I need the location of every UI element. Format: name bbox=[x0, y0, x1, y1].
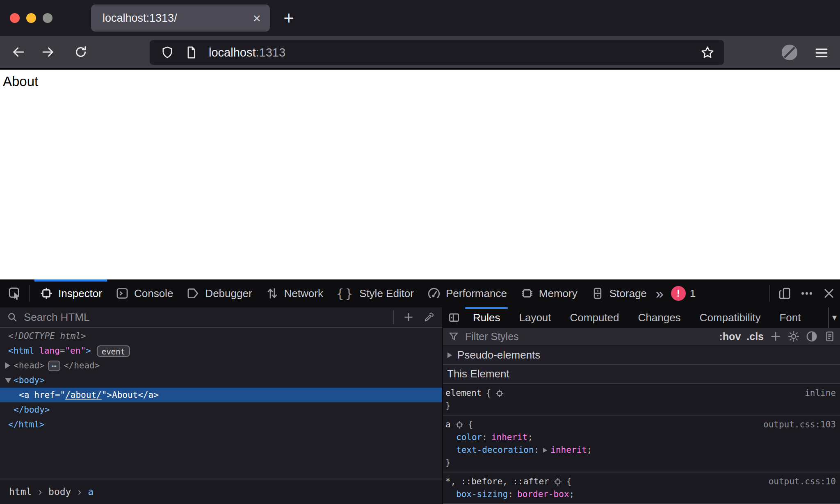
close-brace: } bbox=[445, 456, 451, 469]
markup-row-html[interactable]: <htmllang="en">event bbox=[0, 343, 442, 358]
declaration-color[interactable]: color:inherit; bbox=[445, 431, 840, 444]
highlight-target-icon[interactable] bbox=[553, 477, 563, 487]
page-info-icon[interactable] bbox=[184, 45, 198, 59]
filter-styles-input[interactable] bbox=[465, 331, 719, 343]
rule-source-link[interactable]: output.css:10 bbox=[769, 475, 840, 488]
app-menu-button[interactable] bbox=[812, 43, 831, 62]
declaration-text-decoration[interactable]: text-decoration:inherit; bbox=[445, 444, 840, 456]
create-new-node-button[interactable] bbox=[399, 308, 418, 326]
markup-row-html-close[interactable]: </html> bbox=[0, 417, 442, 432]
event-badge[interactable]: event bbox=[97, 345, 130, 357]
devtools-tab-console[interactable]: Console bbox=[109, 279, 180, 307]
print-sim-button[interactable] bbox=[824, 330, 836, 343]
breadcrumb-item-a[interactable]: a bbox=[88, 486, 94, 497]
highlight-target-icon[interactable] bbox=[495, 388, 504, 398]
property-name[interactable]: text-decoration bbox=[456, 444, 534, 456]
collapsed-arrow-icon bbox=[5, 362, 10, 369]
property-value[interactable]: border-box bbox=[517, 488, 569, 501]
sidebar-tab-fonts[interactable]: Font bbox=[770, 307, 810, 328]
property-value[interactable]: inherit bbox=[491, 431, 528, 444]
shield-icon[interactable] bbox=[160, 45, 174, 59]
sidebar-tab-layout[interactable]: Layout bbox=[509, 307, 560, 328]
plus-icon bbox=[403, 311, 414, 323]
markup-row-head[interactable]: <head>⋯</head> bbox=[0, 358, 442, 373]
sidebar-toggle-button[interactable] bbox=[445, 307, 463, 328]
devtools-options-button[interactable] bbox=[796, 279, 818, 307]
devtools-tab-inspector[interactable]: Inspector bbox=[33, 279, 109, 307]
sidebar-tab-rules[interactable]: Rules bbox=[463, 307, 509, 328]
devtools-tab-label: Style Editor bbox=[359, 287, 414, 300]
a-close-tag: </a> bbox=[138, 390, 159, 400]
url-bar[interactable]: localhost:1313 bbox=[150, 40, 724, 65]
sidebar-tab-label: Layout bbox=[519, 311, 551, 324]
class-toggle[interactable]: .cls bbox=[746, 331, 764, 343]
sidebar-tab-changes[interactable]: Changes bbox=[629, 307, 690, 328]
chevron-right-icon: › bbox=[38, 486, 42, 498]
devtools-tab-label: Console bbox=[134, 287, 173, 300]
dark-mode-sim-button[interactable] bbox=[806, 330, 818, 343]
devtools-tab-memory[interactable]: Memory bbox=[514, 279, 584, 307]
rule-selector[interactable]: *, ::before, ::after bbox=[445, 475, 549, 488]
browser-window: localhost:1313/ × + localhost:1313 bbox=[0, 0, 840, 504]
responsive-design-button[interactable] bbox=[774, 279, 796, 307]
reload-button[interactable] bbox=[71, 43, 90, 61]
macos-close-button[interactable] bbox=[10, 13, 20, 23]
devtools-tab-label: Memory bbox=[539, 287, 578, 300]
markup-row-doctype[interactable]: <!DOCTYPE html> bbox=[0, 329, 442, 343]
light-mode-sim-button[interactable] bbox=[788, 330, 800, 343]
sidebar-tab-compatibility[interactable]: Compatibility bbox=[690, 307, 770, 328]
devtools-tab-style-editor[interactable]: {} Style Editor bbox=[330, 279, 420, 307]
rule-source: inline bbox=[805, 387, 840, 400]
browser-tab[interactable]: localhost:1313/ × bbox=[91, 5, 270, 32]
expand-toggle[interactable] bbox=[5, 373, 11, 388]
pseudo-class-toggle[interactable]: :hov bbox=[719, 331, 741, 343]
inspector-markup-panel: <!DOCTYPE html> <htmllang="en">event <he… bbox=[0, 307, 443, 504]
breadcrumb-item-html[interactable]: html bbox=[9, 486, 32, 497]
highlight-target-icon[interactable] bbox=[454, 420, 464, 430]
markup-row-body[interactable]: <body> bbox=[0, 373, 442, 388]
about-link[interactable]: About bbox=[3, 74, 38, 89]
sidebar-tabs-dropdown[interactable]: ▾ bbox=[828, 307, 840, 328]
forward-button[interactable] bbox=[39, 43, 57, 61]
devtools-tab-performance[interactable]: Performance bbox=[420, 279, 514, 307]
href-attribute-value[interactable]: /about/ bbox=[65, 390, 102, 400]
bookmark-button[interactable] bbox=[700, 45, 715, 60]
macos-traffic-lights bbox=[10, 13, 52, 23]
expand-toggle[interactable] bbox=[5, 358, 10, 373]
breadcrumb: html › body › a bbox=[0, 479, 442, 504]
collapsed-content-badge[interactable]: ⋯ bbox=[48, 361, 60, 371]
markup-row-body-close[interactable]: </body> bbox=[0, 402, 442, 417]
search-html-input[interactable] bbox=[24, 311, 390, 324]
back-button[interactable] bbox=[9, 43, 28, 61]
property-name[interactable]: box-sizing bbox=[456, 488, 508, 501]
eyedropper-button[interactable] bbox=[420, 308, 438, 326]
sidebar-tab-computed[interactable]: Computed bbox=[561, 307, 629, 328]
declaration-box-sizing[interactable]: box-sizing:border-box; bbox=[445, 488, 840, 501]
devtools-tab-debugger[interactable]: Debugger bbox=[180, 279, 258, 307]
extension-button[interactable] bbox=[780, 43, 799, 62]
pseudo-elements-header[interactable]: Pseudo-elements bbox=[443, 346, 840, 365]
add-rule-button[interactable] bbox=[769, 330, 782, 343]
node-picker-button[interactable] bbox=[4, 279, 25, 307]
sidebar-tab-label: Rules bbox=[473, 311, 500, 324]
tabs-overflow-button[interactable]: » bbox=[656, 286, 664, 302]
macos-minimize-button[interactable] bbox=[26, 13, 36, 23]
error-indicator[interactable]: ! 1 bbox=[671, 286, 696, 301]
new-tab-button[interactable]: + bbox=[278, 7, 299, 29]
rule-selector[interactable]: a bbox=[445, 418, 451, 431]
devtools-close-button[interactable] bbox=[818, 279, 840, 307]
macos-zoom-button[interactable] bbox=[43, 13, 52, 23]
breadcrumb-item-body[interactable]: body bbox=[48, 486, 71, 497]
rule-selector[interactable]: element bbox=[445, 387, 482, 400]
property-name[interactable]: color bbox=[456, 431, 482, 444]
markup-row-anchor-selected[interactable]: <ahref="/about/">About</a> bbox=[0, 388, 442, 402]
tab-close-icon[interactable]: × bbox=[253, 11, 261, 25]
rule-source-link[interactable]: output.css:103 bbox=[763, 418, 840, 431]
devtools-tab-storage[interactable]: Storage bbox=[584, 279, 653, 307]
devtools-tab-network[interactable]: Network bbox=[259, 279, 330, 307]
property-value[interactable]: inherit bbox=[550, 444, 587, 456]
lang-attribute-value: "en" bbox=[65, 346, 86, 356]
expand-shorthand-icon[interactable] bbox=[543, 448, 547, 453]
style-editor-icon: {} bbox=[336, 286, 354, 301]
search-icon bbox=[7, 311, 18, 323]
